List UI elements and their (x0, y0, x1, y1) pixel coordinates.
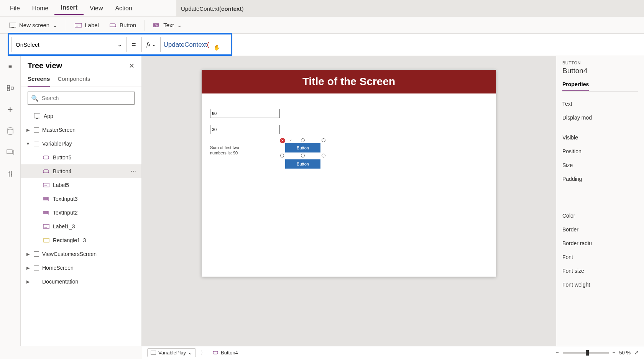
tree-node-textinput3[interactable]: TextInput3 (21, 192, 141, 206)
svg-text:Abc: Abc (154, 24, 159, 27)
screen-icon (34, 265, 39, 270)
property-selector[interactable]: OnSelect ⌄ (12, 37, 127, 52)
label-button[interactable]: Label (69, 20, 104, 31)
chevron-right-icon[interactable]: ▶ (25, 266, 31, 270)
prop-size[interactable]: Size (562, 158, 638, 172)
tree-view-panel: Tree view ✕ Screens Components 🔍 App ▶ M… (21, 56, 142, 346)
control-name: Button4 (562, 67, 638, 75)
formula-input[interactable]: UpdateContext( (164, 41, 212, 49)
svg-rect-15 (43, 170, 49, 173)
chevron-right-icon[interactable]: ▶ (25, 128, 31, 133)
menu-file[interactable]: File (4, 2, 26, 15)
control-kind: BUTTON (562, 61, 638, 65)
properties-panel: BUTTON Button4 Properties Text Display m… (556, 56, 644, 346)
tab-components[interactable]: Components (58, 72, 90, 87)
canvas-button-selected[interactable]: Button ✕ ⌄ (285, 143, 320, 152)
new-screen-button[interactable]: New screen ⌄ (4, 20, 63, 31)
close-icon[interactable]: ✕ (129, 62, 135, 70)
chevron-down-icon: ⌄ (188, 350, 192, 356)
canvas-button-2[interactable]: Button (285, 159, 320, 169)
selection-handles[interactable] (282, 140, 324, 156)
svg-rect-2 (75, 23, 82, 27)
prop-text[interactable]: Text (562, 97, 638, 111)
tree-node-homescreen[interactable]: ▶ HomeScreen (21, 261, 141, 275)
button-icon (110, 23, 117, 28)
tree-node-rectangle1-3[interactable]: Rectangle1_3 (21, 233, 141, 247)
chevron-right-icon[interactable]: ▶ (25, 252, 31, 257)
menu-home[interactable]: Home (26, 2, 55, 15)
chevron-right-icon[interactable]: ▶ (25, 279, 31, 284)
tree-node-label5[interactable]: Label5 (21, 178, 141, 192)
menu-action[interactable]: Action (109, 2, 138, 15)
zoom-slider[interactable] (563, 352, 609, 354)
prop-visible[interactable]: Visible (562, 131, 638, 144)
more-icon[interactable]: ⋯ (131, 168, 137, 174)
text-button[interactable]: Abc Text ⌄ (148, 20, 187, 31)
tab-screens[interactable]: Screens (28, 72, 50, 87)
canvas[interactable]: Title of the Screen Button ✕ ⌄ Button Su… (142, 56, 556, 346)
breadcrumb-control[interactable]: Button4 (210, 349, 241, 357)
prop-position[interactable]: Position (562, 144, 638, 158)
prop-displaymode[interactable]: Display mod (562, 111, 638, 125)
svg-rect-22 (43, 225, 49, 228)
tab-properties[interactable]: Properties (562, 79, 589, 91)
formula-input-extended[interactable] (233, 34, 644, 55)
search-input[interactable]: 🔍 (28, 92, 135, 105)
prop-fontsize[interactable]: Font size (562, 264, 638, 278)
prop-borderradius[interactable]: Border radiu (562, 236, 638, 250)
text-icon: Abc (153, 23, 160, 28)
label-icon (43, 224, 50, 229)
insert-icon[interactable]: + (5, 104, 16, 115)
tree-node-button4[interactable]: Button4 ⋯ (21, 164, 141, 178)
breadcrumb-screen[interactable]: VariablePlay ⌄ (147, 348, 196, 357)
menu-insert[interactable]: Insert (54, 1, 84, 15)
advanced-icon[interactable] (5, 169, 16, 179)
tree-view-icon[interactable] (5, 83, 16, 93)
chevron-down-icon[interactable]: ▼ (25, 141, 31, 146)
media-icon[interactable] (5, 147, 16, 158)
screen-icon (34, 251, 39, 257)
chevron-down-icon: ⌄ (177, 22, 182, 29)
tree-node-button5[interactable]: Button5 (21, 151, 141, 164)
prop-font[interactable]: Font (562, 250, 638, 264)
cursor-icon: ✋ (214, 44, 220, 51)
tree-node-documentation[interactable]: ▶ Documentation (21, 275, 141, 289)
error-badge-icon[interactable]: ✕ (280, 138, 285, 143)
tree-node-label1-3[interactable]: Label1_3 (21, 220, 141, 233)
button-icon (43, 155, 50, 160)
tree-title: Tree view (28, 61, 62, 70)
fx-sig-arg: context (221, 5, 242, 12)
prop-border[interactable]: Border (562, 223, 638, 236)
svg-rect-11 (7, 150, 12, 154)
tree-node-textinput2[interactable]: TextInput2 (21, 206, 141, 220)
svg-rect-7 (7, 85, 10, 88)
prop-padding[interactable]: Padding (562, 172, 638, 186)
svg-rect-13 (36, 118, 38, 119)
prop-fontweight[interactable]: Font weight (562, 278, 638, 292)
app-screen[interactable]: Title of the Screen Button ✕ ⌄ Button Su… (202, 70, 496, 277)
textinput-icon (43, 197, 50, 201)
toolbar: New screen ⌄ Label Button Abc Text ⌄ (0, 17, 644, 34)
svg-rect-14 (43, 156, 49, 159)
fit-icon[interactable]: ⤢ (634, 350, 639, 356)
tree-node-viewcustomers[interactable]: ▶ ViewCustomersScreen (21, 247, 141, 261)
chevron-down-icon[interactable]: ⌄ (289, 137, 292, 141)
svg-point-10 (8, 128, 13, 130)
hamburger-icon[interactable]: ≡ (5, 61, 16, 72)
prop-color[interactable]: Color (562, 209, 638, 223)
canvas-textinput-2[interactable] (210, 125, 280, 134)
label-icon (75, 23, 82, 28)
canvas-textinput-1[interactable] (210, 109, 280, 118)
chevron-down-icon: ⌄ (117, 41, 122, 48)
data-icon[interactable] (5, 126, 16, 136)
menu-view[interactable]: View (84, 2, 109, 15)
tree-node-app[interactable]: App (21, 109, 141, 123)
formula-bar-highlight: OnSelect ⌄ = fx ⌄ UpdateContext( ✋ (8, 33, 232, 56)
tree-node-masterscreen[interactable]: ▶ MasterScreen (21, 123, 141, 137)
button-button[interactable]: Button (104, 20, 141, 31)
tree-node-variableplay[interactable]: ▼ VariablePlay (21, 137, 141, 151)
status-bar: VariablePlay ⌄ 〉 Button4 − + 50 % ⤢ (142, 346, 644, 359)
fx-button[interactable]: fx ⌄ (141, 37, 161, 52)
zoom-in-button[interactable]: + (613, 350, 616, 356)
zoom-out-button[interactable]: − (556, 350, 559, 356)
